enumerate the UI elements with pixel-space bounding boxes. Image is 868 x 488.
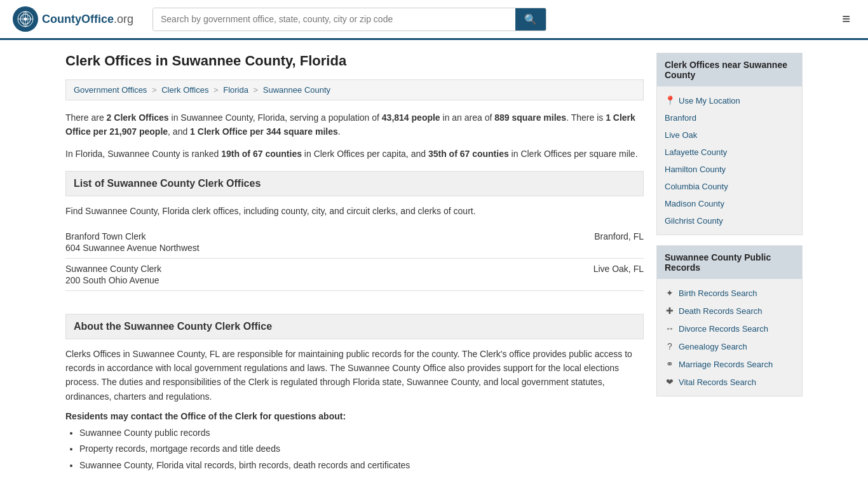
- breadcrumb-florida[interactable]: Florida: [223, 85, 248, 95]
- main-column: Clerk Offices in Suwannee County, Florid…: [65, 53, 644, 473]
- site-header: CountyOffice.org 🔍 ≡: [0, 0, 868, 40]
- death-records-link[interactable]: ✚ Death Records Search: [657, 302, 802, 320]
- office-2-address: 200 South Ohio Avenue: [65, 275, 161, 285]
- birth-icon: ✦: [665, 288, 675, 298]
- marriage-icon: ⚭: [665, 359, 675, 369]
- rank-capita: 19th of 67 counties: [221, 149, 302, 159]
- vital-records-link[interactable]: ❤ Vital Records Search: [657, 373, 802, 391]
- page-content: Clerk Offices in Suwannee County, Florid…: [53, 40, 815, 486]
- list-description: Find Suwannee County, Florida clerk offi…: [65, 204, 644, 218]
- logo-text: CountyOffice.org: [42, 13, 133, 26]
- population: 43,814 people: [382, 112, 440, 123]
- death-icon: ✚: [665, 306, 675, 316]
- office-2-info: Suwannee County Clerk 200 South Ohio Ave…: [65, 264, 161, 285]
- sidebar-use-location[interactable]: 📍 Use My Location: [657, 92, 802, 109]
- about-text: Clerks Offices in Suwannee County, FL ar…: [65, 347, 644, 404]
- svg-point-5: [24, 18, 27, 21]
- divorce-records-link[interactable]: ↔ Divorce Records Search: [657, 320, 802, 337]
- residents-list: Suwannee County public records Property …: [65, 425, 644, 473]
- nearby-header: Clerk Offices near Suwannee County: [657, 53, 802, 86]
- clerk-count: 2 Clerk Offices: [107, 112, 169, 123]
- marriage-records-link[interactable]: ⚭ Marriage Records Search: [657, 355, 802, 373]
- list-item: Property records, mortgage records and t…: [79, 441, 644, 457]
- area: 889 square miles: [494, 112, 566, 123]
- breadcrumb-clerk-offices[interactable]: Clerk Offices: [161, 85, 208, 95]
- office-1-city: Branford, FL: [594, 231, 644, 241]
- intro-paragraph-2: In Florida, Suwannee County is ranked 19…: [65, 147, 644, 161]
- intro-paragraph-1: There are 2 Clerk Offices in Suwannee Co…: [65, 111, 644, 139]
- search-bar[interactable]: 🔍: [153, 8, 546, 31]
- records-body: ✦ Birth Records Search ✚ Death Records S…: [657, 279, 802, 396]
- office-1-info: Branford Town Clerk 604 Suwannee Avenue …: [65, 231, 200, 253]
- search-button[interactable]: 🔍: [515, 8, 546, 30]
- records-header: Suwannee County Public Records: [657, 246, 802, 279]
- sidebar-item-gilchrist[interactable]: Gilchrist County: [657, 212, 802, 229]
- table-row: Branford Town Clerk 604 Suwannee Avenue …: [65, 226, 644, 259]
- office-2-name[interactable]: Suwannee County Clerk: [65, 264, 161, 274]
- breadcrumb: Government Offices > Clerk Offices > Flo…: [65, 79, 644, 100]
- records-section: Suwannee County Public Records ✦ Birth R…: [656, 245, 803, 396]
- table-row: Suwannee County Clerk 200 South Ohio Ave…: [65, 259, 644, 291]
- nearby-body: 📍 Use My Location Branford Live Oak Lafa…: [657, 86, 802, 234]
- sidebar-item-lafayette[interactable]: Lafayette County: [657, 144, 802, 161]
- divorce-icon: ↔: [665, 323, 675, 334]
- logo-area: CountyOffice.org: [13, 6, 140, 32]
- breadcrumb-gov-offices[interactable]: Government Offices: [74, 85, 147, 95]
- sidebar-item-branford[interactable]: Branford: [657, 109, 802, 126]
- office-2-city: Live Oak, FL: [593, 264, 644, 274]
- logo-icon: [13, 6, 38, 32]
- list-item: Suwannee County, Florida vital records, …: [79, 458, 644, 473]
- sidebar-item-hamilton[interactable]: Hamilton County: [657, 161, 802, 178]
- sidebar: Clerk Offices near Suwannee County 📍 Use…: [656, 53, 803, 473]
- sidebar-item-live-oak[interactable]: Live Oak: [657, 126, 802, 144]
- page-title: Clerk Offices in Suwannee County, Florid…: [65, 53, 644, 69]
- office-1-name[interactable]: Branford Town Clerk: [65, 231, 200, 241]
- per-sqmile: 1 Clerk Office per 344 square miles: [190, 126, 338, 137]
- menu-button[interactable]: ≡: [837, 8, 855, 30]
- list-section-header: List of Suwannee County Clerk Offices: [65, 171, 644, 196]
- genealogy-icon: ?: [665, 341, 675, 351]
- sidebar-item-columbia[interactable]: Columbia County: [657, 178, 802, 195]
- office-1-address: 604 Suwannee Avenue Northwest: [65, 243, 200, 253]
- vital-icon: ❤: [665, 377, 675, 387]
- birth-records-link[interactable]: ✦ Birth Records Search: [657, 284, 802, 302]
- residents-header: Residents may contact the Office of the …: [65, 411, 644, 421]
- search-input[interactable]: [153, 8, 515, 30]
- rank-sqmile: 35th of 67 counties: [428, 149, 509, 159]
- about-section-header: About the Suwannee County Clerk Office: [65, 314, 644, 339]
- list-item: Suwannee County public records: [79, 425, 644, 441]
- nearby-section: Clerk Offices near Suwannee County 📍 Use…: [656, 53, 803, 235]
- sidebar-item-madison[interactable]: Madison County: [657, 195, 802, 212]
- genealogy-link[interactable]: ? Genealogy Search: [657, 337, 802, 355]
- location-icon: 📍: [665, 95, 675, 105]
- breadcrumb-suwannee[interactable]: Suwannee County: [263, 85, 330, 95]
